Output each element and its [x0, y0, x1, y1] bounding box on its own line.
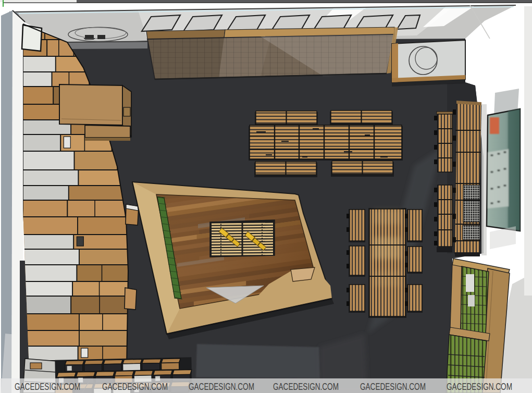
svg-text:GACEDESIGN.COM: GACEDESIGN.COM: [189, 382, 254, 392]
svg-text:GACEDESIGN.COM: GACEDESIGN.COM: [360, 382, 426, 392]
svg-text:GACEDESIGN.COM: GACEDESIGN.COM: [447, 382, 512, 392]
svg-text:GACEDESIGN.COM: GACEDESIGN.COM: [273, 382, 339, 392]
svg-text:GACEDESIGN.COM: GACEDESIGN.COM: [102, 382, 168, 392]
svg-text:GACEDESIGN.COM: GACEDESIGN.COM: [15, 382, 80, 392]
